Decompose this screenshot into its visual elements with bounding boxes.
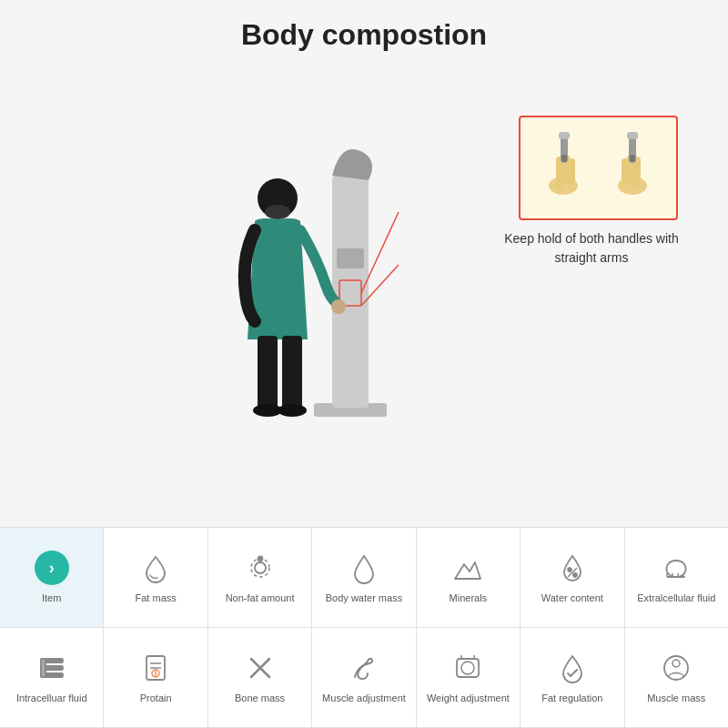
svg-point-10 — [278, 404, 307, 417]
non-fat-amount-label: Non-fat amount — [226, 592, 295, 604]
gear-icon — [244, 551, 277, 584]
circle-person-icon — [660, 652, 693, 684]
menu-item-muscle-adjustment[interactable]: Muscle adjustment — [312, 628, 416, 727]
item-icon-wrap: › — [34, 550, 70, 586]
svg-point-5 — [265, 205, 290, 219]
menu-item-fat-mass[interactable]: Fat mass — [104, 528, 207, 627]
svg-rect-19 — [561, 155, 567, 162]
weight-adjustment-icon-wrap — [450, 650, 486, 686]
fat-regulation-label: Fat regulation — [541, 692, 602, 704]
fat-mass-label: Fat mass — [136, 592, 177, 604]
extralcellular-fluid-label: Extralcellular fluid — [637, 592, 715, 604]
muscle-mass-icon-wrap — [658, 650, 694, 686]
menu-item-item[interactable]: › Item — [0, 528, 104, 627]
bone-mass-label: Bone mass — [235, 692, 285, 704]
water-drop-icon — [348, 551, 380, 584]
right-handle-icon — [612, 129, 653, 207]
mountain-icon — [451, 551, 484, 584]
lines-icon — [35, 652, 68, 684]
menu-item-minerals[interactable]: Minerals — [417, 528, 521, 627]
intracelluar-fluid-label: Intracelluar fluid — [16, 692, 87, 704]
menu-item-bone-mass[interactable]: Bone mass — [208, 628, 312, 727]
menu-item-body-water-mass[interactable]: Body water mass — [312, 528, 416, 627]
menu-item-extralcellular-fluid[interactable]: Extralcellular fluid — [625, 528, 728, 627]
svg-rect-44 — [41, 659, 46, 677]
muscle-mass-label: Muscle mass — [647, 692, 705, 704]
menu-row-1: › Item Fat mass — [0, 528, 728, 628]
menu-item-water-content[interactable]: Water content — [521, 528, 624, 627]
item-label: Item — [42, 592, 61, 604]
doc-icon — [139, 652, 172, 684]
menu-item-non-fat-amount[interactable]: Non-fat amount — [208, 528, 312, 627]
svg-point-27 — [255, 562, 266, 573]
intracelluar-icon-wrap — [34, 650, 70, 686]
menu-row-2: Intracelluar fluid Protain — [0, 628, 728, 728]
drop-icon — [139, 551, 172, 584]
page: Body compostion — [0, 0, 728, 728]
water-content-label: Water content — [541, 592, 603, 604]
arm-icon — [348, 652, 380, 684]
svg-point-53 — [461, 662, 474, 674]
cross-icon — [244, 652, 277, 684]
body-water-mass-label: Body water mass — [326, 592, 402, 604]
svg-rect-23 — [622, 158, 628, 184]
gauge-icon — [660, 551, 693, 584]
fat-regulation-icon-wrap — [554, 650, 591, 686]
svg-point-6 — [331, 299, 346, 314]
weight-adjustment-label: Weight adjustment — [427, 692, 510, 704]
menu-item-fat-regulation[interactable]: Fat regulation — [521, 628, 624, 727]
callout-box — [519, 116, 678, 220]
svg-rect-2 — [337, 248, 364, 268]
menu-item-intracelluar-fluid[interactable]: Intracelluar fluid — [0, 628, 104, 727]
svg-rect-7 — [258, 336, 278, 409]
drop-check-icon — [556, 652, 589, 684]
minerals-label: Minerals — [450, 592, 488, 604]
extralcellular-icon-wrap — [658, 550, 694, 586]
water-percent-icon — [556, 551, 589, 584]
svg-point-30 — [568, 568, 571, 571]
muscle-icon-wrap — [346, 650, 382, 686]
svg-rect-8 — [282, 336, 302, 409]
minerals-icon-wrap — [450, 550, 486, 586]
svg-rect-16 — [569, 158, 575, 184]
water-content-icon-wrap — [554, 550, 591, 586]
arrow-circle-icon: › — [35, 551, 69, 585]
protain-label: Protain — [140, 692, 172, 704]
svg-point-29 — [258, 557, 262, 561]
instruction-text: Keep hold of both handles with straight … — [500, 229, 682, 268]
protain-icon-wrap — [137, 650, 174, 686]
scale-circle-icon — [451, 652, 484, 684]
svg-rect-1 — [332, 176, 369, 408]
non-fat-icon-wrap — [242, 550, 278, 586]
svg-rect-26 — [630, 155, 635, 162]
menu-bars: › Item Fat mass — [0, 527, 728, 728]
fat-mass-icon-wrap — [137, 550, 174, 586]
svg-rect-18 — [559, 132, 570, 139]
illustration-area: Keep hold of both handles with straight … — [0, 61, 728, 527]
scene-illustration — [173, 103, 555, 485]
bone-mass-icon-wrap — [242, 650, 278, 686]
svg-point-31 — [573, 573, 577, 577]
title-section: Body compostion — [0, 0, 728, 61]
menu-item-muscle-mass[interactable]: Muscle mass — [625, 628, 728, 727]
page-title: Body compostion — [0, 18, 728, 52]
muscle-adjustment-label: Muscle adjustment — [322, 692, 406, 704]
svg-point-57 — [672, 660, 680, 667]
left-handle-icon — [543, 129, 584, 207]
svg-rect-25 — [627, 132, 638, 139]
menu-item-weight-adjustment[interactable]: Weight adjustment — [417, 628, 521, 727]
body-water-icon-wrap — [346, 550, 382, 586]
menu-item-protain[interactable]: Protain — [104, 628, 207, 727]
